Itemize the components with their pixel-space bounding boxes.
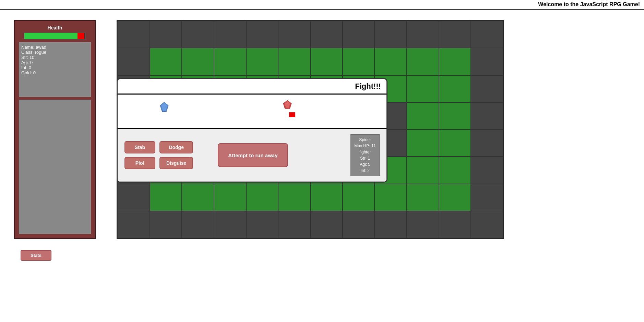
stat-str: Str: 10 (21, 55, 88, 60)
cell-r7c11 (471, 211, 503, 238)
cell-r0c4 (247, 21, 278, 48)
cell-r0c6 (311, 21, 342, 48)
battle-actions: Stab Plot Dodge Disguise Attempt to run … (118, 129, 386, 182)
left-panel: Health Name: awad Class: rogue Str: 10 A… (14, 20, 96, 239)
enemy-int: Int: 2 (354, 168, 376, 174)
health-bar-red (77, 33, 84, 39)
cell-r5c9 (407, 157, 439, 183)
cell-r1c10 (439, 48, 471, 75)
stats-box: Name: awad Class: rogue Str: 10 Agi: 0 I… (19, 42, 91, 97)
game-area: Fight!!! (117, 20, 630, 239)
cell-r7c6 (311, 211, 342, 238)
cell-r3c11 (471, 103, 503, 129)
health-section: Health (19, 25, 91, 39)
cell-r1c8 (375, 48, 406, 75)
cell-r1c5 (278, 48, 310, 75)
stat-gold: Gold: 0 (21, 70, 88, 75)
enemy-str: Str: 1 (354, 155, 376, 161)
action-group-left: Stab Plot (124, 141, 155, 169)
health-bar (24, 33, 86, 39)
cell-r1c0 (118, 48, 150, 75)
cell-r6c10 (439, 184, 471, 211)
cell-r6c11 (471, 184, 503, 211)
page-header: Welcome to the JavaScript RPG Game! (0, 0, 644, 10)
health-label: Health (48, 25, 62, 30)
cell-r0c5 (278, 21, 310, 48)
run-away-button[interactable]: Attempt to run away (218, 143, 288, 167)
stat-name: Name: awad (21, 45, 88, 50)
enemy-info-box: Spider Max HP: 11 fighter Str: 1 Agi: 5 … (350, 134, 380, 176)
battle-title-bar: Fight!!! (118, 79, 386, 95)
cell-r5c11 (471, 157, 503, 183)
cell-r0c1 (150, 21, 182, 48)
cell-r6c1 (150, 184, 182, 211)
enemy-agi: Agi: 5 (354, 161, 376, 168)
cell-r0c8 (375, 21, 406, 48)
stab-button[interactable]: Stab (124, 141, 155, 153)
cell-r4c10 (439, 130, 471, 156)
cell-r7c1 (150, 211, 182, 238)
plot-button[interactable]: Plot (124, 157, 155, 169)
cell-r0c3 (214, 21, 246, 48)
cell-r7c8 (375, 211, 406, 238)
cell-r7c5 (278, 211, 310, 238)
battle-title: Fight!!! (355, 82, 381, 90)
dodge-button[interactable]: Dodge (159, 141, 193, 153)
battle-scene (118, 95, 386, 129)
battle-overlay: Fight!!! (117, 78, 387, 183)
cell-r6c6 (311, 184, 342, 211)
cell-r1c7 (343, 48, 374, 75)
cell-r6c7 (343, 184, 374, 211)
cell-r3c10 (439, 103, 471, 129)
cell-r4c11 (471, 130, 503, 156)
cell-r1c2 (182, 48, 214, 75)
stat-int: Int: 0 (21, 65, 88, 70)
cell-r3c9 (407, 103, 439, 129)
cell-r7c7 (343, 211, 374, 238)
cell-r0c7 (343, 21, 374, 48)
cell-r1c3 (214, 48, 246, 75)
bottom-bar: Stats (21, 250, 644, 261)
cell-r7c3 (214, 211, 246, 238)
enemy-max-hp: Max HP: 11 (354, 143, 376, 149)
inventory-box (19, 100, 91, 234)
stat-agi: Agi: 0 (21, 60, 88, 65)
cell-r7c9 (407, 211, 439, 238)
cell-r1c1 (150, 48, 182, 75)
cell-r1c11 (471, 48, 503, 75)
cell-r6c3 (214, 184, 246, 211)
main-layout: Health Name: awad Class: rogue Str: 10 A… (0, 13, 644, 246)
cell-r0c9 (407, 21, 439, 48)
cell-r6c8 (375, 184, 406, 211)
disguise-button[interactable]: Disguise (159, 157, 193, 169)
cell-r6c5 (278, 184, 310, 211)
cell-r0c2 (182, 21, 214, 48)
cell-r7c2 (182, 211, 214, 238)
stats-button[interactable]: Stats (21, 250, 51, 261)
cell-r1c9 (407, 48, 439, 75)
cell-r1c4 (247, 48, 278, 75)
cell-r4c9 (407, 130, 439, 156)
enemy-hp-indicator (289, 112, 295, 117)
cell-r2c10 (439, 76, 471, 102)
enemy-name: Spider (354, 137, 376, 143)
cell-r1c6 (311, 48, 342, 75)
page-title: Welcome to the JavaScript RPG Game! (538, 1, 640, 7)
enemy-sprite (282, 100, 293, 110)
cell-r6c2 (182, 184, 214, 211)
cell-r7c0 (118, 211, 150, 238)
cell-r2c9 (407, 76, 439, 102)
health-bar-green (24, 33, 77, 39)
cell-r5c10 (439, 157, 471, 183)
cell-r6c9 (407, 184, 439, 211)
player-sprite (159, 101, 169, 112)
cell-r6c0 (118, 184, 150, 211)
cell-r0c11 (471, 21, 503, 48)
action-group-right: Dodge Disguise (159, 141, 193, 169)
cell-r7c10 (439, 211, 471, 238)
cell-r0c0 (118, 21, 150, 48)
cell-r7c4 (247, 211, 278, 238)
enemy-class: fighter (354, 149, 376, 155)
cell-r0c10 (439, 21, 471, 48)
cell-r6c4 (247, 184, 278, 211)
